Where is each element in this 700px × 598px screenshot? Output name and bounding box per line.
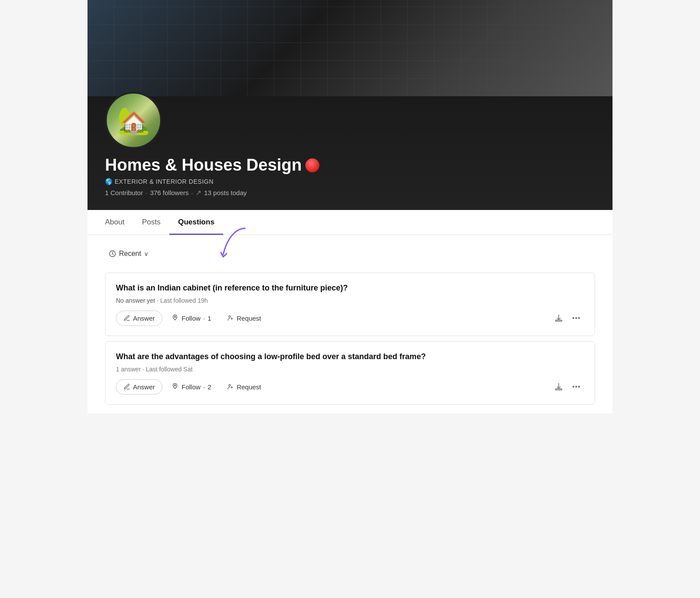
- answer-button[interactable]: Answer: [116, 311, 162, 326]
- clock-icon: [108, 250, 116, 258]
- request-button[interactable]: Request: [220, 380, 268, 394]
- space-name: Homes & Houses Design: [105, 156, 595, 175]
- filter-bar: Recent ∨: [105, 244, 595, 264]
- avatar: [105, 92, 162, 149]
- svg-point-5: [576, 318, 577, 319]
- space-category: 🌎 EXTERIOR & INTERIOR DESIGN: [105, 178, 595, 185]
- question-card: What is an Indian cabinet (in reference …: [105, 273, 595, 336]
- svg-point-2: [229, 316, 231, 318]
- svg-point-7: [175, 385, 176, 386]
- questions-list: What is an Indian cabinet (in reference …: [105, 273, 595, 405]
- svg-point-4: [573, 318, 574, 319]
- more-dots-icon: [571, 313, 581, 323]
- download-button[interactable]: [551, 379, 567, 395]
- svg-point-10: [573, 386, 574, 388]
- more-dots-icon: [571, 382, 581, 392]
- more-options-button[interactable]: [568, 310, 584, 326]
- question-actions: Answer Follow · 2: [116, 379, 584, 395]
- cover-image: [88, 0, 612, 96]
- more-options-button[interactable]: [568, 379, 584, 395]
- svg-point-12: [578, 386, 580, 388]
- svg-point-8: [229, 385, 231, 386]
- question-meta: No answer yet · Last followed 19h: [116, 297, 584, 304]
- download-icon: [554, 382, 564, 392]
- nav-tabs: About Posts Questions: [88, 210, 612, 235]
- follow-button[interactable]: Follow · 1: [164, 311, 218, 325]
- request-icon: [227, 315, 234, 322]
- trending-icon: ↗: [196, 189, 201, 197]
- question-actions: Answer Follow · 1: [116, 310, 584, 326]
- follow-button[interactable]: Follow · 2: [164, 379, 218, 394]
- question-meta: 1 answer · Last followed Sat: [116, 366, 584, 373]
- edit-icon: [123, 383, 130, 390]
- svg-point-11: [576, 386, 577, 388]
- svg-rect-9: [556, 389, 562, 390]
- follow-icon: [171, 383, 179, 391]
- tab-about[interactable]: About: [105, 210, 133, 235]
- profile-section: Homes & Houses Design 🌎 EXTERIOR & INTER…: [88, 96, 612, 210]
- question-title: What are the advantages of choosing a lo…: [116, 351, 584, 362]
- red-dot-emoji: [305, 158, 319, 172]
- question-title: What is an Indian cabinet (in reference …: [116, 283, 584, 294]
- download-icon: [554, 313, 564, 323]
- content-area: Recent ∨ What is an Indian cabinet (in r…: [88, 235, 612, 413]
- edit-icon: [123, 315, 130, 322]
- svg-point-6: [578, 318, 580, 319]
- download-button[interactable]: [551, 310, 567, 326]
- space-stats: 1 Contributor · 376 followers · ↗ 13 pos…: [105, 189, 595, 197]
- question-card: What are the advantages of choosing a lo…: [105, 341, 595, 405]
- follow-icon: [171, 314, 179, 322]
- tab-questions[interactable]: Questions: [169, 210, 223, 235]
- request-button[interactable]: Request: [220, 311, 268, 325]
- request-icon: [227, 383, 234, 390]
- svg-point-1: [175, 316, 176, 318]
- recent-filter-button[interactable]: Recent ∨: [105, 248, 152, 259]
- answer-button[interactable]: Answer: [116, 379, 162, 395]
- svg-rect-3: [556, 320, 562, 322]
- chevron-down-icon: ∨: [144, 250, 148, 257]
- tab-posts[interactable]: Posts: [133, 210, 169, 235]
